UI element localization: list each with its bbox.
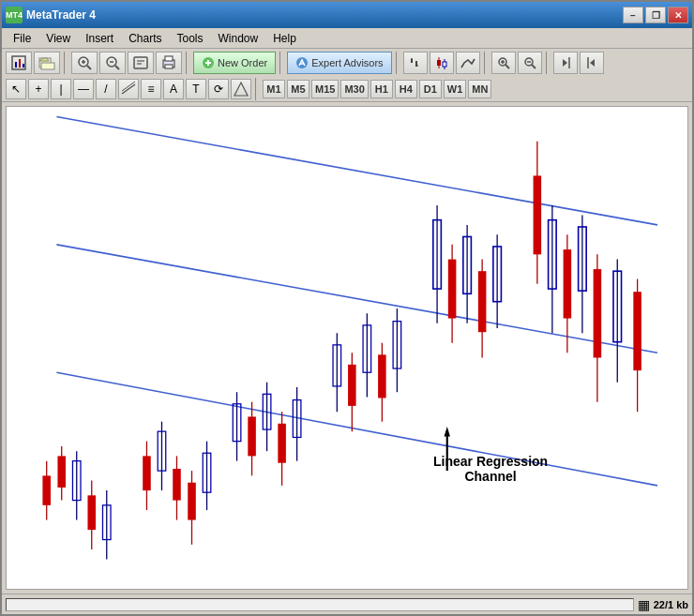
svg-rect-14 (134, 57, 147, 68)
status-info: 22/1 kb (654, 599, 688, 610)
toolbar-print[interactable] (156, 52, 182, 74)
svg-rect-116 (633, 292, 641, 370)
svg-line-38 (505, 65, 509, 68)
expert-advisors-button[interactable]: Expert Advisors (287, 52, 391, 74)
menu-insert[interactable]: Insert (78, 30, 121, 47)
tf-m15[interactable]: M15 (311, 80, 339, 98)
svg-line-8 (87, 66, 91, 69)
main-window: MT4 MetaTrader 4 − ❐ ✕ File View Insert … (0, 0, 694, 616)
toolbar-container: New Order Expert Advisors (2, 49, 692, 102)
toolbar-open[interactable] (34, 52, 60, 74)
chart-annotation: Linear Regression Channel (433, 454, 548, 484)
status-bar: ▦ 22/1 kb (2, 593, 692, 614)
line-chart-btn[interactable] (456, 52, 480, 74)
tf-m30[interactable]: M30 (340, 80, 368, 98)
close-button[interactable]: ✕ (668, 7, 688, 23)
separator-tf (255, 78, 259, 100)
separator3 (279, 52, 283, 74)
window-title: MetaTrader 4 (26, 8, 623, 22)
horizontal-line-tool[interactable]: — (73, 79, 94, 99)
restore-button[interactable]: ❐ (645, 7, 666, 23)
toolbar-new-chart[interactable] (6, 52, 32, 74)
candlestick-chart-btn[interactable] (430, 52, 454, 74)
chart-svg (7, 107, 687, 589)
svg-rect-104 (534, 175, 542, 254)
zoom-out-btn[interactable] (518, 52, 542, 74)
chart-grid-icon: ▦ (638, 597, 650, 612)
menu-file[interactable]: File (6, 30, 38, 47)
text-tool-A[interactable]: A (163, 79, 184, 99)
menu-bar: File View Insert Charts Tools Window Hel… (2, 28, 692, 49)
arrow-tool[interactable]: ⟳ (208, 79, 229, 99)
toolbar-properties[interactable] (128, 52, 154, 74)
svg-rect-34 (443, 62, 446, 67)
tf-d1[interactable]: D1 (419, 80, 442, 98)
svg-rect-80 (278, 424, 286, 463)
app-icon: MT4 (6, 7, 23, 23)
toolbar-row2: ↖ + | — / ≡ A T ⟳ M1 M5 M15 M30 H1 H4 D1… (2, 77, 692, 101)
chart-area[interactable]: Linear Regression Channel (6, 106, 688, 590)
svg-rect-18 (165, 56, 173, 61)
svg-rect-64 (143, 456, 151, 490)
trendline-tool[interactable]: / (96, 79, 116, 99)
text-tool-T[interactable]: T (186, 79, 206, 99)
menu-charts[interactable]: Charts (121, 30, 169, 47)
vertical-line-tool[interactable]: | (51, 79, 71, 99)
tf-w1[interactable]: W1 (444, 80, 467, 98)
toolbar-row1: New Order Expert Advisors (2, 49, 692, 77)
svg-rect-86 (348, 365, 356, 406)
window-controls: − ❐ ✕ (623, 7, 688, 23)
svg-rect-70 (188, 483, 196, 520)
zoom-in-btn[interactable] (491, 52, 516, 74)
svg-rect-31 (437, 60, 441, 66)
tf-m1[interactable]: M1 (263, 80, 285, 98)
tf-h1[interactable]: H1 (370, 80, 393, 98)
minimize-button[interactable]: − (623, 7, 643, 23)
new-order-button[interactable]: New Order (193, 52, 276, 74)
menu-tools[interactable]: Tools (170, 30, 211, 47)
horizontal-scrollbar[interactable] (6, 598, 634, 611)
separator4 (396, 52, 400, 74)
scroll-right-btn[interactable] (580, 52, 604, 74)
svg-rect-112 (594, 269, 602, 357)
title-bar: MT4 MetaTrader 4 − ❐ ✕ (2, 2, 692, 28)
svg-rect-100 (478, 271, 487, 332)
separator1 (64, 52, 68, 74)
toolbar-zoom-out[interactable] (99, 52, 126, 74)
tf-mn[interactable]: MN (468, 80, 491, 98)
svg-rect-6 (41, 63, 54, 69)
svg-line-42 (532, 65, 536, 68)
menu-view[interactable]: View (38, 30, 78, 47)
separator5 (484, 52, 488, 74)
menu-help[interactable]: Help (265, 30, 304, 47)
expert-advisors-label: Expert Advisors (311, 57, 383, 68)
annotation-line2: Channel (464, 469, 516, 484)
svg-rect-19 (165, 65, 173, 68)
svg-rect-96 (448, 260, 457, 319)
annotation-line1: Linear Regression (433, 454, 548, 469)
tf-m5[interactable]: M5 (287, 80, 309, 98)
svg-rect-56 (57, 456, 66, 488)
svg-rect-108 (564, 249, 572, 318)
crosshair-tool[interactable]: + (28, 79, 49, 99)
channel-tool[interactable] (118, 79, 139, 99)
new-order-label: New Order (218, 57, 267, 68)
pitchfork-tool[interactable]: ≡ (141, 79, 161, 99)
svg-rect-60 (87, 495, 96, 530)
toolbar-zoom-in[interactable] (71, 52, 98, 74)
svg-line-12 (115, 66, 119, 69)
separator2 (186, 52, 189, 74)
svg-marker-48 (234, 83, 248, 96)
svg-rect-68 (173, 469, 181, 501)
scroll-left-btn[interactable] (553, 52, 578, 74)
tf-h4[interactable]: H4 (395, 80, 417, 98)
svg-rect-54 (42, 475, 51, 504)
menu-window[interactable]: Window (211, 30, 266, 47)
svg-rect-76 (248, 416, 256, 456)
color-tool[interactable] (231, 79, 251, 99)
separator6 (546, 52, 550, 74)
bar-chart-btn[interactable] (403, 52, 428, 74)
svg-rect-90 (378, 354, 386, 398)
svg-rect-49 (7, 107, 687, 589)
cursor-tool[interactable]: ↖ (6, 79, 26, 99)
